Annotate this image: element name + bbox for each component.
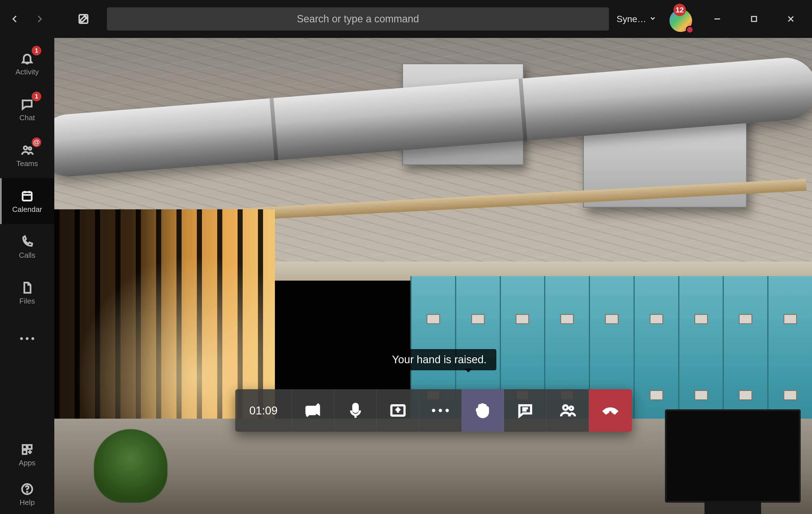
maximize-button[interactable] [736,6,773,32]
svg-rect-13 [23,445,27,449]
svg-rect-20 [353,404,358,412]
share-screen-icon [389,402,407,419]
apptab-calendar[interactable]: Calendar [0,178,54,224]
apps-icon [20,442,34,457]
chevron-down-icon [649,14,657,24]
close-window-button[interactable] [773,6,809,32]
svg-point-25 [563,405,568,410]
microphone-icon [347,402,364,419]
toggle-mic-button[interactable] [334,389,377,432]
presence-indicator [686,26,694,34]
more-actions-button[interactable] [419,389,462,432]
apptab-help[interactable]: Help [0,475,54,514]
hang-up-icon [602,402,619,419]
phone-icon [20,234,34,249]
meeting-toolbar: 01:09 [235,389,632,432]
apptab-label: Apps [19,459,35,467]
help-icon [20,482,34,496]
toggle-camera-button[interactable] [292,389,334,432]
remote-video [54,38,812,514]
apptab-label: Calls [19,251,35,260]
raise-hand-button[interactable] [462,389,504,432]
hand-raised-tooltip: Your hand is raised. [382,349,496,370]
minimize-button[interactable] [699,6,736,32]
show-participants-button[interactable] [546,389,589,432]
profile-button[interactable]: 12 [665,5,693,33]
apptab-files[interactable]: Files [0,270,54,316]
apptab-label: Activity [16,67,39,76]
hang-up-button[interactable] [589,389,632,432]
svg-point-17 [27,491,27,492]
apptab-more[interactable] [0,316,54,362]
ellipsis-icon [432,409,449,412]
ellipsis-icon [20,337,34,340]
apptab-activity[interactable]: 1 Activity [0,41,54,87]
svg-rect-14 [28,445,32,449]
people-icon [559,402,576,419]
apptab-calls[interactable]: Calls [0,224,54,270]
raise-hand-icon [474,402,492,419]
apptab-label: Teams [17,159,38,168]
meeting-stage: Your hand is raised. 01:09 [54,38,812,514]
activity-badge: 1 [32,46,41,55]
apptab-chat[interactable]: 1 Chat [0,87,54,133]
title-bar: Search or type a command Syne… 12 [0,0,812,38]
chat-icon [517,402,534,419]
svg-rect-4 [752,17,757,22]
svg-point-7 [24,146,27,150]
svg-rect-15 [23,450,27,454]
search-input[interactable]: Search or type a command [107,7,609,31]
svg-rect-9 [23,192,32,201]
apptab-label: Files [20,297,35,306]
org-label: Syne… [616,14,646,24]
svg-point-8 [29,147,31,150]
share-screen-button[interactable] [377,389,419,432]
files-icon [20,280,34,295]
notification-badge: 12 [673,4,686,16]
apptab-apps[interactable]: Apps [0,435,54,475]
apptab-label: Help [20,498,34,507]
apptab-label: Chat [20,113,35,122]
call-duration: 01:09 [235,389,292,432]
camera-off-icon [304,402,322,419]
show-conversation-button[interactable] [504,389,546,432]
chat-badge: 1 [32,92,41,101]
svg-point-26 [569,406,573,410]
org-switcher[interactable]: Syne… [616,14,657,24]
calendar-icon [20,189,34,203]
new-chat-button[interactable] [71,7,95,31]
apptab-label: Calendar [12,205,42,214]
teams-badge: @ [32,138,41,147]
app-bar: 1 Activity 1 Chat @ Teams Calendar Calls [0,38,54,514]
apptab-teams[interactable]: @ Teams [0,133,54,178]
nav-back-button[interactable] [3,7,27,31]
nav-forward-button[interactable] [27,7,52,31]
window-controls [699,6,809,32]
